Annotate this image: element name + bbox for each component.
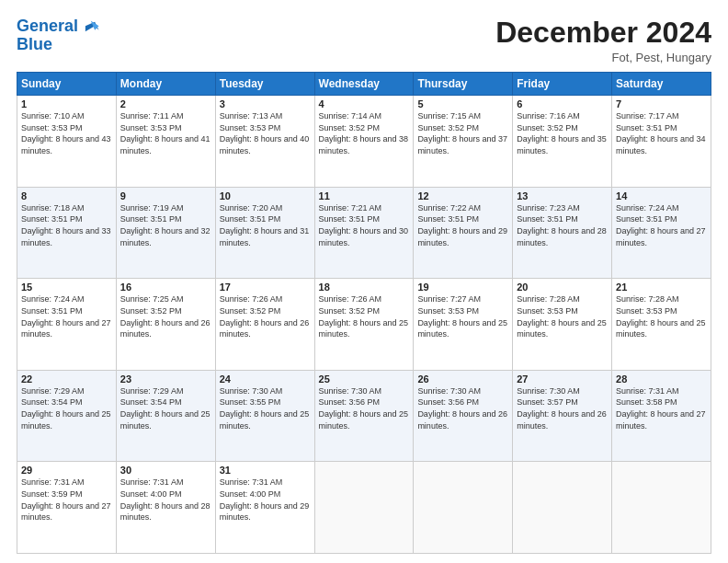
calendar-cell: 31Sunrise: 7:31 AMSunset: 4:00 PMDayligh… (215, 462, 314, 554)
calendar-cell: 1Sunrise: 7:10 AMSunset: 3:53 PMDaylight… (17, 96, 117, 188)
col-header-thursday: Thursday (414, 73, 513, 96)
day-number: 14 (616, 190, 707, 201)
calendar-cell: 4Sunrise: 7:14 AMSunset: 3:52 PMDaylight… (314, 96, 414, 188)
day-info: Sunrise: 7:16 AMSunset: 3:52 PMDaylight:… (517, 111, 607, 155)
calendar-cell: 15Sunrise: 7:24 AMSunset: 3:51 PMDayligh… (17, 279, 117, 371)
day-number: 2 (120, 98, 211, 109)
calendar-table: SundayMondayTuesdayWednesdayThursdayFrid… (17, 72, 711, 554)
day-info: Sunrise: 7:31 AMSunset: 3:58 PMDaylight:… (616, 386, 706, 431)
day-number: 11 (319, 190, 410, 201)
month-title: December 2024 (495, 17, 711, 49)
calendar-cell (612, 462, 711, 554)
day-info: Sunrise: 7:26 AMSunset: 3:52 PMDaylight:… (220, 294, 310, 339)
logo: General Blue (17, 17, 100, 54)
col-header-saturday: Saturday (612, 73, 711, 96)
day-number: 8 (21, 190, 112, 201)
calendar-page: General Blue December 2024 Fot, Pest, Hu… (0, 0, 728, 563)
day-number: 24 (220, 373, 311, 385)
calendar-cell: 17Sunrise: 7:26 AMSunset: 3:52 PMDayligh… (215, 279, 314, 371)
day-info: Sunrise: 7:17 AMSunset: 3:51 PMDaylight:… (616, 111, 706, 155)
day-info: Sunrise: 7:29 AMSunset: 3:54 PMDaylight:… (21, 386, 111, 431)
day-info: Sunrise: 7:30 AMSunset: 3:55 PMDaylight:… (220, 386, 310, 431)
day-info: Sunrise: 7:29 AMSunset: 3:54 PMDaylight:… (120, 386, 210, 431)
col-header-friday: Friday (513, 73, 612, 96)
calendar-cell: 14Sunrise: 7:24 AMSunset: 3:51 PMDayligh… (612, 187, 711, 279)
day-info: Sunrise: 7:22 AMSunset: 3:51 PMDaylight:… (417, 203, 507, 247)
calendar-cell: 30Sunrise: 7:31 AMSunset: 4:00 PMDayligh… (116, 462, 215, 554)
day-info: Sunrise: 7:26 AMSunset: 3:52 PMDaylight:… (319, 294, 409, 339)
day-info: Sunrise: 7:14 AMSunset: 3:52 PMDaylight:… (319, 111, 409, 155)
day-number: 12 (417, 190, 508, 201)
day-number: 4 (319, 98, 410, 109)
calendar-cell: 10Sunrise: 7:20 AMSunset: 3:51 PMDayligh… (215, 187, 314, 279)
day-number: 7 (616, 98, 707, 109)
day-number: 21 (616, 282, 707, 293)
calendar-cell: 23Sunrise: 7:29 AMSunset: 3:54 PMDayligh… (116, 370, 215, 462)
day-number: 23 (120, 373, 211, 385)
day-number: 17 (220, 282, 311, 293)
calendar-cell: 24Sunrise: 7:30 AMSunset: 3:55 PMDayligh… (215, 370, 314, 462)
day-info: Sunrise: 7:13 AMSunset: 3:53 PMDaylight:… (220, 111, 310, 155)
calendar-cell: 12Sunrise: 7:22 AMSunset: 3:51 PMDayligh… (414, 187, 513, 279)
day-number: 25 (319, 373, 410, 385)
day-number: 3 (220, 98, 311, 109)
calendar-cell: 18Sunrise: 7:26 AMSunset: 3:52 PMDayligh… (314, 279, 414, 371)
day-info: Sunrise: 7:19 AMSunset: 3:51 PMDaylight:… (120, 203, 210, 247)
calendar-cell (414, 462, 513, 554)
day-number: 1 (21, 98, 112, 109)
day-info: Sunrise: 7:15 AMSunset: 3:52 PMDaylight:… (417, 111, 507, 155)
day-number: 18 (319, 282, 410, 293)
calendar-cell: 2Sunrise: 7:11 AMSunset: 3:53 PMDaylight… (116, 96, 215, 188)
day-info: Sunrise: 7:30 AMSunset: 3:56 PMDaylight:… (417, 386, 507, 431)
calendar-cell: 28Sunrise: 7:31 AMSunset: 3:58 PMDayligh… (612, 370, 711, 462)
day-number: 26 (417, 373, 508, 385)
day-number: 22 (21, 373, 112, 385)
calendar-cell: 27Sunrise: 7:30 AMSunset: 3:57 PMDayligh… (513, 370, 612, 462)
day-number: 20 (517, 282, 608, 293)
calendar-cell (314, 462, 414, 554)
day-info: Sunrise: 7:18 AMSunset: 3:51 PMDaylight:… (21, 203, 111, 247)
col-header-tuesday: Tuesday (215, 73, 314, 96)
day-info: Sunrise: 7:28 AMSunset: 3:53 PMDaylight:… (517, 294, 607, 339)
calendar-cell: 7Sunrise: 7:17 AMSunset: 3:51 PMDaylight… (612, 96, 711, 188)
day-number: 19 (417, 282, 508, 293)
day-number: 16 (120, 282, 211, 293)
calendar-cell: 21Sunrise: 7:28 AMSunset: 3:53 PMDayligh… (612, 279, 711, 371)
day-info: Sunrise: 7:28 AMSunset: 3:53 PMDaylight:… (616, 294, 706, 339)
calendar-cell: 5Sunrise: 7:15 AMSunset: 3:52 PMDaylight… (414, 96, 513, 188)
day-number: 29 (21, 465, 112, 476)
day-number: 15 (21, 282, 112, 293)
calendar-cell: 22Sunrise: 7:29 AMSunset: 3:54 PMDayligh… (17, 370, 117, 462)
day-number: 10 (220, 190, 311, 201)
col-header-sunday: Sunday (17, 73, 117, 96)
calendar-cell: 29Sunrise: 7:31 AMSunset: 3:59 PMDayligh… (17, 462, 117, 554)
day-info: Sunrise: 7:31 AMSunset: 4:00 PMDaylight:… (220, 477, 310, 522)
day-number: 30 (120, 465, 211, 476)
day-number: 27 (517, 373, 608, 385)
col-header-wednesday: Wednesday (314, 73, 414, 96)
calendar-cell: 20Sunrise: 7:28 AMSunset: 3:53 PMDayligh… (513, 279, 612, 371)
day-info: Sunrise: 7:31 AMSunset: 3:59 PMDaylight:… (21, 477, 111, 522)
calendar-cell: 9Sunrise: 7:19 AMSunset: 3:51 PMDaylight… (116, 187, 215, 279)
day-info: Sunrise: 7:20 AMSunset: 3:51 PMDaylight:… (220, 203, 310, 247)
calendar-cell: 11Sunrise: 7:21 AMSunset: 3:51 PMDayligh… (314, 187, 414, 279)
day-info: Sunrise: 7:30 AMSunset: 3:57 PMDaylight:… (517, 386, 607, 431)
day-number: 6 (517, 98, 608, 109)
day-info: Sunrise: 7:21 AMSunset: 3:51 PMDaylight:… (319, 203, 409, 247)
day-info: Sunrise: 7:24 AMSunset: 3:51 PMDaylight:… (616, 203, 706, 247)
calendar-cell: 19Sunrise: 7:27 AMSunset: 3:53 PMDayligh… (414, 279, 513, 371)
calendar-cell: 8Sunrise: 7:18 AMSunset: 3:51 PMDaylight… (17, 187, 117, 279)
day-info: Sunrise: 7:23 AMSunset: 3:51 PMDaylight:… (517, 203, 607, 247)
calendar-cell: 16Sunrise: 7:25 AMSunset: 3:52 PMDayligh… (116, 279, 215, 371)
calendar-cell: 26Sunrise: 7:30 AMSunset: 3:56 PMDayligh… (414, 370, 513, 462)
col-header-monday: Monday (116, 73, 215, 96)
day-number: 5 (417, 98, 508, 109)
day-number: 9 (120, 190, 211, 201)
day-number: 31 (220, 465, 311, 476)
calendar-cell (513, 462, 612, 554)
calendar-cell: 6Sunrise: 7:16 AMSunset: 3:52 PMDaylight… (513, 96, 612, 188)
day-info: Sunrise: 7:27 AMSunset: 3:53 PMDaylight:… (417, 294, 507, 339)
day-info: Sunrise: 7:30 AMSunset: 3:56 PMDaylight:… (319, 386, 409, 431)
day-info: Sunrise: 7:25 AMSunset: 3:52 PMDaylight:… (120, 294, 210, 339)
logo-blue: Blue (17, 35, 100, 54)
